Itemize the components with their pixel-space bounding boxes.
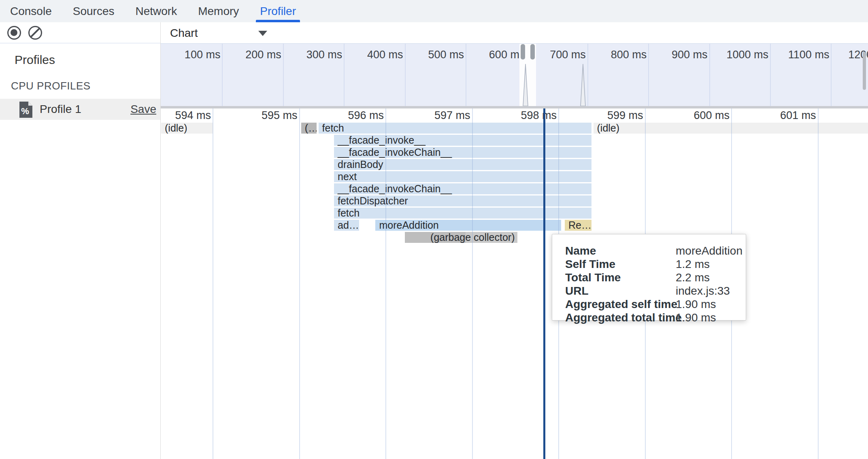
time-gridline <box>385 108 386 459</box>
flame-bar[interactable]: __facade_invokeChain__ <box>334 147 591 158</box>
profile-list-item[interactable]: % Profile 1 Save <box>0 99 160 120</box>
tooltip-value: 1.90 ms <box>676 298 716 311</box>
time-tick-label: 601 ms <box>735 109 816 122</box>
time-tick-label: 594 ms <box>161 109 211 122</box>
time-tick-label: 597 ms <box>389 109 470 122</box>
profile-document-icon: % <box>19 101 33 119</box>
flame-bar[interactable]: fetchDispatcher <box>334 196 591 206</box>
save-profile-link[interactable]: Save <box>130 103 156 116</box>
tooltip-value: 1.90 ms <box>676 311 716 324</box>
flame-bar[interactable]: (idle) <box>594 123 868 134</box>
tooltip-row: Aggregated self time 1.90 ms <box>552 298 746 311</box>
time-gridline <box>299 108 300 459</box>
tooltip-value: moreAddition <box>676 244 742 257</box>
chevron-down-icon <box>258 31 267 36</box>
tab-memory[interactable]: Memory <box>197 0 240 22</box>
time-tick-label: 600 ms <box>649 109 730 122</box>
flame-bar[interactable]: next <box>334 171 591 182</box>
flame-chart-area[interactable]: 594 ms595 ms596 ms597 ms598 ms599 ms600 … <box>161 108 868 459</box>
flame-bar[interactable]: fetch <box>319 123 592 134</box>
profiles-sidebar: Profiles CPU PROFILES % Profile 1 Save <box>0 22 161 459</box>
tooltip-label: Name <box>552 244 676 257</box>
tooltip-row: Total Time 2.2 ms <box>552 271 746 284</box>
profiles-heading: Profiles <box>15 53 160 67</box>
record-profile-icon[interactable] <box>7 26 21 40</box>
tooltip-label: Total Time <box>552 271 676 284</box>
tooltip-row: Name moreAddition <box>552 244 746 257</box>
tooltip-value: 1.2 ms <box>676 258 710 271</box>
tooltip-value: 2.2 ms <box>676 271 710 284</box>
profiler-main-panel: Chart 100 ms200 ms300 ms400 ms500 ms600 … <box>161 22 868 459</box>
time-tick-label: 599 ms <box>562 109 643 122</box>
time-gridline <box>213 108 213 459</box>
flame-bar[interactable]: (idle) <box>161 123 213 134</box>
current-time-marker[interactable] <box>543 108 545 459</box>
tab-profiler[interactable]: Profiler <box>259 0 297 22</box>
timeline-overview[interactable]: 100 ms200 ms300 ms400 ms500 ms600 ms700 … <box>161 43 868 106</box>
chart-header-row: Chart <box>161 22 868 43</box>
flame-bar[interactable]: Re…e <box>565 220 591 231</box>
time-tick-label: 595 ms <box>217 109 298 122</box>
sidebar-toolbar <box>0 22 160 43</box>
cpu-profiles-section-heading: CPU PROFILES <box>11 80 160 92</box>
vertical-scrollbar-thumb[interactable] <box>863 52 866 90</box>
flame-bar[interactable]: moreAddition <box>375 220 561 231</box>
flame-bar[interactable]: fetch <box>334 208 591 219</box>
tooltip-row: Aggregated total time 1.90 ms <box>552 311 746 324</box>
time-gridline <box>472 108 473 459</box>
flame-bar[interactable]: __facade_invokeChain__ <box>334 183 591 194</box>
tooltip-label: URL <box>552 285 676 298</box>
tab-console[interactable]: Console <box>9 0 53 22</box>
cpu-activity-spike <box>579 63 587 106</box>
tooltip-value: index.js:33 <box>676 285 730 298</box>
tab-network[interactable]: Network <box>134 0 178 22</box>
tooltip-label: Self Time <box>552 258 676 271</box>
time-gridline <box>818 108 819 459</box>
time-tick-label: 596 ms <box>303 109 384 122</box>
tab-sources[interactable]: Sources <box>72 0 115 22</box>
tooltip-row: URL index.js:33 <box>552 284 746 298</box>
frame-details-tooltip: Name moreAddition Self Time 1.2 ms Total… <box>552 234 746 321</box>
flame-bar[interactable]: drainBody <box>334 159 591 170</box>
profile-name: Profile 1 <box>40 103 81 116</box>
selection-left-handle[interactable] <box>521 44 525 60</box>
flame-bar[interactable]: ad…s <box>334 220 359 231</box>
flame-bar[interactable]: (garbage collector) <box>405 232 517 243</box>
flame-bar[interactable]: __facade_invoke__ <box>334 135 591 146</box>
tooltip-label: Aggregated self time <box>552 298 676 311</box>
tooltip-label: Aggregated total time <box>552 311 676 324</box>
tooltip-row: Self Time 1.2 ms <box>552 257 746 271</box>
view-mode-select[interactable]: Chart <box>170 26 267 40</box>
cpu-activity-spike <box>522 63 529 106</box>
view-mode-label: Chart <box>170 27 198 40</box>
clear-profiles-icon[interactable] <box>28 26 42 40</box>
overview-tick-label: 1200 ms <box>809 49 868 61</box>
flame-bar[interactable]: (… <box>301 123 317 134</box>
svg-text:%: % <box>21 106 29 116</box>
selection-right-handle[interactable] <box>530 44 535 60</box>
devtools-tab-bar: Console Sources Network Memory Profiler <box>0 0 868 22</box>
